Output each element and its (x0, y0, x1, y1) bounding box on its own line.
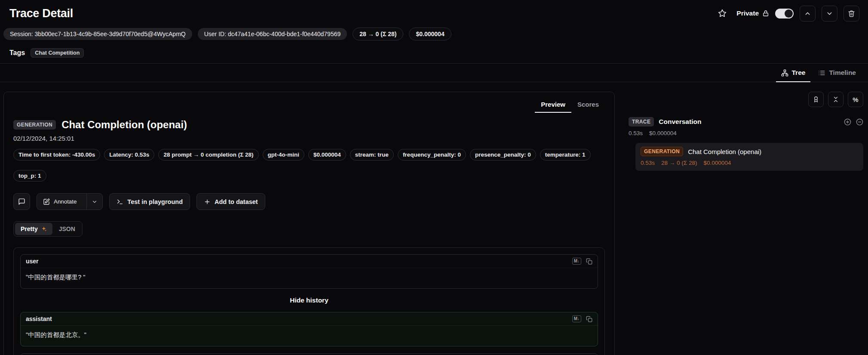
tree-node-title: Chat Completion (openai) (688, 148, 761, 155)
test-in-playground-button[interactable]: Test in playground (109, 193, 190, 210)
detail-badge: gpt-4o-mini (263, 149, 305, 161)
tree-node-stats: 0.53s 28 → 0 (Σ 28) $0.000004 (641, 160, 858, 166)
trace-title: Conversation (659, 118, 701, 126)
observation-card: Preview Scores GENERATION Chat Completio… (3, 92, 615, 355)
user-id-badge[interactable]: User ID: dc47a41e-06bc-400d-bde1-f0e440d… (198, 28, 347, 40)
detail-badge: $0.000004 (308, 149, 346, 161)
copy-button[interactable] (586, 258, 592, 265)
copy-button[interactable] (586, 316, 592, 322)
star-icon (718, 9, 727, 18)
format-pretty-option[interactable]: Pretty (15, 223, 52, 235)
plus-icon (204, 198, 211, 205)
messages-container: user M↓ "中国的首都是哪里? " Hide history assist… (13, 247, 605, 355)
previous-trace-button[interactable] (800, 6, 816, 22)
detail-badge: temperature: 1 (540, 149, 591, 161)
bookmark-star-button[interactable] (714, 5, 730, 22)
collapse-node-button[interactable] (856, 118, 863, 126)
main-content: Preview Scores GENERATION Chat Completio… (0, 82, 868, 355)
test-in-playground-label: Test in playground (127, 198, 183, 205)
tree-node-heading: GENERATION Chat Completion (openai) (641, 147, 858, 156)
percent-icon: % (853, 96, 858, 103)
annotate-button[interactable]: Annotate (37, 194, 83, 210)
message-header: user M↓ (21, 255, 598, 268)
public-share-toggle[interactable] (775, 9, 794, 19)
trace-type-badge: TRACE (629, 117, 654, 127)
page-header: Trace Detail Private (0, 0, 868, 25)
tab-tree[interactable]: Tree (776, 64, 811, 82)
page-title: Trace Detail (9, 7, 73, 20)
sparkles-icon (41, 226, 47, 232)
detail-badge: 28 prompt → 0 completion (Σ 28) (158, 149, 258, 161)
detail-badge: frequency_penalty: 0 (398, 149, 466, 161)
detail-badge: Time to first token: -430.00s (13, 149, 100, 161)
annotate-dropdown-button[interactable] (86, 194, 102, 210)
privacy-label: Private (736, 9, 759, 17)
observation-timestamp: 02/12/2024, 14:25:01 (13, 135, 605, 142)
trace-meta-badges: Session: 3bb00ec7-1b13-4c9b-85ee-3d9d70f… (0, 25, 868, 45)
trace-root-row[interactable]: TRACE Conversation (629, 117, 863, 127)
award-icon (813, 96, 819, 103)
message-tools: M↓ (572, 258, 592, 265)
detail-badge: Latency: 0.53s (104, 149, 154, 161)
format-toggle: Pretty JSON (13, 221, 83, 237)
tab-timeline-label: Timeline (829, 69, 856, 77)
tab-preview[interactable]: Preview (535, 98, 571, 113)
message-header: assistant M↓ (21, 312, 598, 325)
terminal-icon (117, 198, 123, 205)
detail-badge: stream: true (350, 149, 394, 161)
chevrons-down-up-icon (832, 96, 839, 103)
token-usage-badge: 28 → 0 (Σ 28) (353, 28, 403, 40)
tab-tree-label: Tree (792, 69, 806, 77)
node-latency: 0.53s (641, 160, 655, 166)
message-content: "中国的首都是北京。" (21, 325, 598, 346)
minus-circle-icon (856, 118, 863, 126)
chat-bubble-icon (18, 198, 25, 205)
observation-actions: Annotate Test in playground Add to datas… (13, 193, 605, 210)
message-content: "中国的首都是哪里? " (21, 268, 598, 288)
pretty-label: Pretty (21, 225, 38, 232)
observation-detail-badges: Time to first token: -430.00s Latency: 0… (13, 149, 605, 182)
chevron-down-icon (92, 199, 98, 205)
message-user-2: user M↓ "谢谢" (20, 353, 598, 355)
trace-cost: $0.000004 (649, 130, 677, 136)
detail-badge: top_p: 1 (13, 170, 46, 182)
observation-tabs: Preview Scores (13, 98, 605, 113)
tags-section: Tags Chat Competition (0, 45, 868, 64)
expand-all-button[interactable] (844, 118, 851, 126)
session-badge[interactable]: Session: 3bb00ec7-1b13-4c9b-85ee-3d9d70f… (3, 28, 192, 40)
tab-scores[interactable]: Scores (571, 98, 605, 113)
annotate-label: Annotate (54, 198, 77, 205)
header-actions: Private (714, 5, 859, 22)
tab-timeline[interactable]: Timeline (813, 64, 861, 82)
message-user-1: user M↓ "中国的首都是哪里? " (20, 254, 598, 289)
cost-badge: $0.000004 (409, 28, 451, 40)
generation-type-badge: GENERATION (13, 120, 56, 130)
markdown-toggle-icon[interactable]: M↓ (572, 258, 581, 265)
timeline-icon (818, 69, 825, 77)
tree-icon (781, 69, 788, 77)
node-cost: $0.000004 (703, 160, 731, 166)
view-tabs: Tree Timeline (0, 64, 868, 82)
observation-heading: GENERATION Chat Completion (openai) (13, 119, 605, 131)
comments-button[interactable] (13, 193, 30, 210)
add-to-dataset-button[interactable]: Add to dataset (196, 193, 265, 210)
collapse-all-button[interactable] (828, 92, 843, 107)
metrics-toggle-button[interactable]: % (848, 92, 863, 107)
tree-node-generation[interactable]: GENERATION Chat Completion (openai) 0.53… (635, 143, 863, 171)
chevron-down-icon (826, 10, 833, 17)
format-json-option[interactable]: JSON (53, 223, 81, 235)
hide-history-button[interactable]: Hide history (20, 296, 598, 305)
message-assistant: assistant M↓ "中国的首都是北京。" (20, 312, 598, 346)
copy-icon (586, 258, 592, 265)
detail-badge: presence_penalty: 0 (470, 149, 536, 161)
delete-trace-button[interactable] (843, 6, 859, 22)
plus-circle-icon (844, 118, 851, 126)
next-trace-button[interactable] (822, 6, 837, 22)
markdown-toggle-icon[interactable]: M↓ (572, 315, 581, 322)
toggle-knob (785, 9, 793, 18)
scores-toggle-button[interactable] (808, 92, 824, 107)
message-role: user (26, 258, 39, 265)
trace-stats: 0.53s $0.000004 (629, 130, 863, 136)
tag-chat-competition[interactable]: Chat Competition (31, 48, 84, 58)
pen-icon (43, 198, 50, 205)
